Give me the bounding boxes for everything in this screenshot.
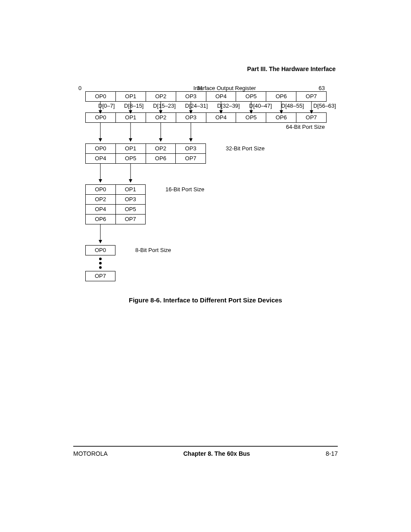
cell: OP4 xyxy=(86,205,116,214)
cell: OP3 xyxy=(176,144,206,153)
row-64bit: OP0 OP1 OP2 OP3 OP4 OP5 OP6 OP7 xyxy=(85,112,327,123)
row-16bit-1: OP2 OP3 xyxy=(85,195,146,205)
cell: OP2 xyxy=(146,92,176,101)
cell: OP1 xyxy=(116,144,146,153)
cell: OP2 xyxy=(146,144,176,153)
cell: OP3 xyxy=(176,92,206,101)
section-header: Part III. The Hardware Interface xyxy=(247,65,336,72)
axis-label-63: 63 xyxy=(319,85,325,91)
cell: OP0 xyxy=(86,113,116,122)
row-8bit-top: OP0 xyxy=(85,245,115,255)
cell: OP1 xyxy=(116,185,146,194)
label-64bit: 64-Bit Port Size xyxy=(286,124,325,130)
cell: OP4 xyxy=(206,92,237,101)
footer-center: Chapter 8. The 60x Bus xyxy=(184,450,250,457)
label-ior: Interface Output Register xyxy=(193,85,256,91)
cell: OP6 xyxy=(146,154,176,163)
cell: OP2 xyxy=(146,113,176,122)
cell: OP7 xyxy=(176,154,206,163)
d-label: D[0–7] xyxy=(98,103,115,109)
cell: OP5 xyxy=(236,92,266,101)
d-label: D[56–63] xyxy=(313,103,336,109)
row-16bit-2: OP4 OP5 xyxy=(85,205,146,215)
cell: OP7 xyxy=(116,215,146,224)
ellipsis-icon xyxy=(79,255,122,271)
label-32bit: 32-Bit Port Size xyxy=(226,145,265,152)
cell: OP6 xyxy=(266,113,296,122)
row-32bit-a: OP0 OP1 OP2 OP3 xyxy=(85,143,206,154)
svg-point-17 xyxy=(99,266,102,269)
cell: OP1 xyxy=(116,113,146,122)
d-label: D[40–47] xyxy=(249,103,272,109)
cell: OP0 xyxy=(86,185,116,194)
arrows-4 xyxy=(79,224,333,245)
label-8bit: 8-Bit Port Size xyxy=(135,247,171,253)
d-label: D[24–31] xyxy=(185,103,208,109)
d-label: D[48–55] xyxy=(281,103,304,109)
cell: OP5 xyxy=(116,154,146,163)
svg-point-15 xyxy=(99,258,102,260)
cell: OP7 xyxy=(296,92,326,101)
row-16bit-0: OP0 OP1 xyxy=(85,184,146,195)
cell: OP7 xyxy=(296,113,326,122)
row-d-labels: D[0–7] D[8–15] D[15–23] D[24–31] D[32–39… xyxy=(85,103,327,109)
row-32bit-b: OP4 OP5 OP6 OP7 xyxy=(85,154,206,164)
figure-diagram: 0 31 Interface Output Register 63 OP0 OP… xyxy=(79,84,333,281)
cell: OP4 xyxy=(206,113,237,122)
cell: OP6 xyxy=(266,92,296,101)
d-label: D[32–39] xyxy=(217,103,240,109)
label-16bit: 16-Bit Port Size xyxy=(165,186,204,193)
row-16bit-3: OP6 OP7 xyxy=(85,215,146,224)
axis-label-0: 0 xyxy=(78,85,81,91)
footer-left: MOTOROLA xyxy=(73,450,108,457)
d-label: D[8–15] xyxy=(124,103,144,109)
page-footer: MOTOROLA Chapter 8. The 60x Bus 8-17 xyxy=(73,450,338,457)
cell: OP0 xyxy=(86,246,115,255)
d-label: D[15–23] xyxy=(153,103,176,109)
cell: OP3 xyxy=(116,195,146,204)
cell: OP6 xyxy=(86,215,116,224)
cell: OP0 xyxy=(86,92,116,101)
cell: OP7 xyxy=(86,271,115,281)
row-8bit-bot: OP7 xyxy=(85,271,115,281)
footer-rule xyxy=(73,446,338,447)
cell: OP5 xyxy=(116,205,146,214)
cell: OP5 xyxy=(236,113,266,122)
figure-caption: Figure 8-6. Interface to Different Port … xyxy=(0,296,411,304)
cell: OP2 xyxy=(86,195,116,204)
row-ior: OP0 OP1 OP2 OP3 OP4 OP5 OP6 OP7 xyxy=(85,91,327,102)
arrows-3 xyxy=(79,164,333,184)
cell: OP0 xyxy=(86,144,116,153)
footer-right: 8-17 xyxy=(326,450,338,457)
cell: OP1 xyxy=(116,92,146,101)
cell: OP4 xyxy=(86,154,116,163)
svg-point-16 xyxy=(99,262,102,264)
cell: OP3 xyxy=(176,113,206,122)
